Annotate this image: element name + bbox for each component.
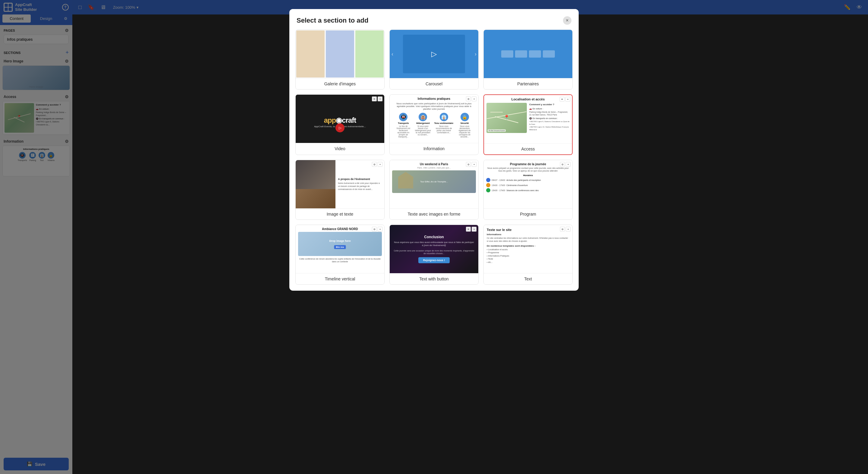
section-card-text-button[interactable]: ≡ + Conclusion Nous espérons que vous êt… bbox=[390, 225, 478, 285]
image-text-preview-title: A propos de l'événement bbox=[338, 178, 382, 181]
text-preview: ⊙ + Texte sur le site Informations Ce si… bbox=[484, 225, 572, 273]
modal-close-button[interactable]: × bbox=[563, 16, 571, 25]
carousel-label: Carousel bbox=[390, 78, 478, 89]
section-card-text-shaped[interactable]: ⊙ + Un weekend à Paris Paris, Ville Lumi… bbox=[390, 160, 478, 220]
info-preview-title: Informations pratiques bbox=[418, 97, 450, 100]
section-card-gallery[interactable]: Galerie d'images bbox=[296, 30, 384, 90]
video-label: Video bbox=[296, 143, 384, 154]
select-section-modal: Select a section to add × Galerie d'imag… bbox=[289, 9, 579, 291]
timeline-preview: ⊙ + Ambiance GRAND NORD Drop image hereB… bbox=[296, 225, 384, 273]
modal-title: Select a section to add bbox=[297, 17, 368, 24]
section-grid: Galerie d'images ▷ ‹ › Carousel bbox=[296, 30, 572, 285]
information-label: Information bbox=[390, 143, 478, 154]
text-button-preview: ≡ + Conclusion Nous espérons que vous êt… bbox=[390, 225, 478, 273]
text-button-label: Text with button bbox=[390, 273, 478, 284]
gallery-label: Galerie d'images bbox=[296, 78, 384, 89]
image-text-label: Image et texte bbox=[296, 208, 384, 219]
access-preview: ≡ + Localisation et accès 📍 bbox=[484, 95, 572, 143]
section-card-video[interactable]: Optimisez vos performances avec Appcraft… bbox=[296, 94, 384, 155]
section-card-timeline[interactable]: ⊙ + Ambiance GRAND NORD Drop image hereB… bbox=[296, 225, 384, 285]
text-shaped-label: Texte avec images en forme bbox=[390, 208, 478, 219]
program-label: Program bbox=[484, 208, 572, 219]
image-text-preview: ⊙ + A propos de l'événement No bbox=[296, 160, 384, 208]
text-shaped-preview-title: Un weekend à Paris bbox=[420, 162, 448, 166]
section-card-text[interactable]: ⊙ + Texte sur le site Informations Ce si… bbox=[484, 225, 572, 285]
program-preview: ⊙ + Programme de la journée Nous avons p… bbox=[484, 160, 572, 208]
timeline-label: Timeline vertical bbox=[296, 273, 384, 284]
timeline-preview-title: Ambiance GRAND NORD bbox=[322, 227, 358, 231]
access-preview-title: Localisation et accès bbox=[512, 97, 545, 101]
section-card-program[interactable]: ⊙ + Programme de la journée Nous avons p… bbox=[484, 160, 572, 220]
section-card-information[interactable]: ⊙ + Informations pratiques Nous souhaito… bbox=[390, 94, 478, 155]
modal-overlay[interactable]: Select a section to add × Galerie d'imag… bbox=[0, 0, 868, 474]
gallery-preview bbox=[296, 30, 384, 78]
section-card-partners[interactable]: Partenaires bbox=[484, 30, 572, 90]
program-preview-title: Programme de la journée bbox=[486, 162, 570, 166]
access-label: Access bbox=[484, 143, 572, 154]
section-card-carousel[interactable]: ▷ ‹ › Carousel bbox=[390, 30, 478, 90]
carousel-preview: ▷ ‹ › bbox=[390, 30, 478, 78]
text-button-preview-title: Conclusion bbox=[424, 235, 444, 239]
section-card-image-text[interactable]: ⊙ + A propos de l'événement No bbox=[296, 160, 384, 220]
partners-label: Partenaires bbox=[484, 78, 572, 89]
modal-header: Select a section to add × bbox=[289, 9, 579, 30]
text-preview-title: Texte sur le site bbox=[487, 228, 569, 232]
video-preview: Optimisez vos performances avec Appcraft… bbox=[296, 95, 384, 143]
modal-body: Galerie d'images ▷ ‹ › Carousel bbox=[289, 30, 579, 291]
section-card-access[interactable]: ≡ + Localisation et accès 📍 bbox=[484, 94, 572, 155]
partners-preview bbox=[484, 30, 572, 78]
information-preview: ⊙ + Informations pratiques Nous souhaito… bbox=[390, 95, 478, 143]
text-label: Text bbox=[484, 273, 572, 284]
text-shaped-preview: ⊙ + Un weekend à Paris Paris, Ville Lumi… bbox=[390, 160, 478, 208]
